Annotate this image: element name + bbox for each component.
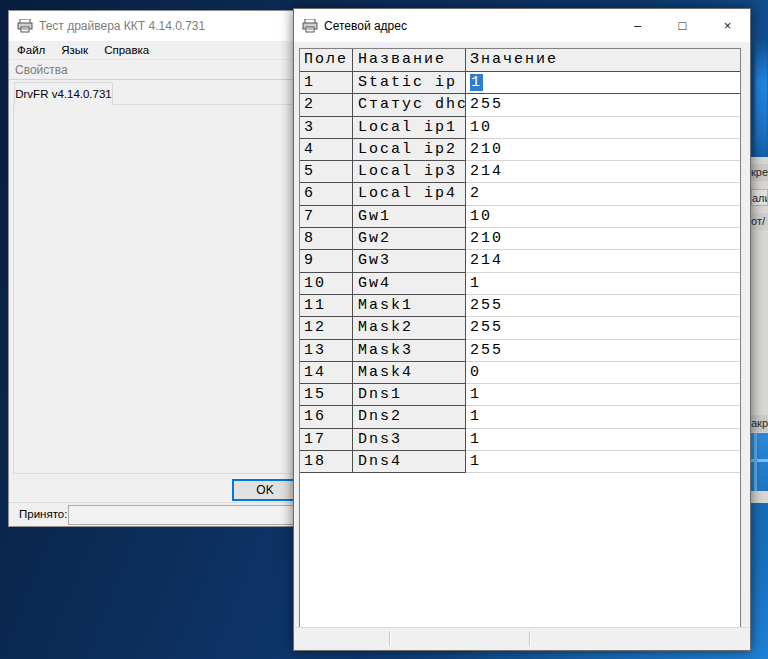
cell-param-value[interactable]: 0 [466,362,740,384]
cell-param-name: Mask4 [353,362,466,384]
main-window: Тест драйвера ККТ 4.14.0.731 Файл Язык С… [8,10,295,527]
cell-param-value[interactable]: 1 [466,384,740,406]
statusbar-divider [529,631,530,646]
window-logo-fragment [751,433,768,491]
cell-param-value[interactable]: 1 [466,451,740,473]
cell-param-value[interactable]: 255 [466,94,740,116]
table-row: 4Local ip2210 [300,139,740,161]
cell-param-name: Local ip2 [353,139,466,161]
tab-panel [13,104,295,474]
cell-param-name: Gw2 [353,228,466,250]
properties-caption: Свойства [9,61,294,80]
cell-param-name: Dns3 [353,429,466,451]
cell-param-value[interactable]: 1 [466,429,740,451]
table-row: 3Local ip110 [300,117,740,139]
cell-field-number: 10 [300,273,353,295]
accepted-label: Принято: [19,508,67,520]
table-row: 10Gw41 [300,273,740,295]
fragment-text: от/ [751,213,768,230]
cell-param-name: Dns4 [353,451,466,473]
dialog-title: Сетевой адрес [324,19,407,33]
cell-field-number: 9 [300,250,353,272]
table-row: 15Dns11 [300,384,740,406]
tab-drvfr[interactable]: DrvFR v4.14.0.731 [14,82,113,105]
menu-language[interactable]: Язык [53,41,96,60]
cell-field-number: 5 [300,161,353,183]
grid-rows: 1Static ip12Статус dhcp2553Local ip1104L… [300,72,740,473]
table-row: 11Mask1255 [300,295,740,317]
cell-param-value[interactable]: 210 [466,139,740,161]
cell-field-number: 8 [300,228,353,250]
selected-cell-text: 1 [470,74,483,91]
cell-param-name: Gw3 [353,250,466,272]
cell-field-number: 17 [300,429,353,451]
menu-help[interactable]: Справка [96,41,157,60]
cell-param-value[interactable]: 1 [466,406,740,428]
close-button[interactable]: × [705,9,750,42]
table-row: 5Local ip3214 [300,161,740,183]
cell-field-number: 16 [300,406,353,428]
cell-param-name: Dns2 [353,406,466,428]
cell-field-number: 1 [300,72,353,94]
cell-param-name: Статус dhcp [353,94,466,116]
window-controls: – □ × [615,9,750,42]
cell-field-number: 14 [300,362,353,384]
statusbar-divider [389,631,390,646]
cell-param-value[interactable]: 255 [466,295,740,317]
dialog-statusbar [295,627,749,649]
main-window-title: Тест драйвера ККТ 4.14.0.731 [39,19,205,33]
cell-param-name: Gw1 [353,206,466,228]
cell-param-name: Dns1 [353,384,466,406]
cell-param-value[interactable]: 255 [466,340,740,362]
table-row: 13Mask3255 [300,340,740,362]
cell-param-value[interactable]: 10 [466,117,740,139]
printer-icon [17,19,33,33]
cell-field-number: 2 [300,94,353,116]
cell-param-name: Local ip3 [353,161,466,183]
header-value: Значение [466,49,740,72]
cell-param-name: Mask1 [353,295,466,317]
network-params-grid[interactable]: Поле Название Значение 1Static ip12Стату… [299,48,741,628]
table-row: 1Static ip1 [300,72,740,94]
header-name: Название [353,49,466,72]
cell-field-number: 6 [300,183,353,205]
table-row: 2Статус dhcp255 [300,94,740,116]
main-statusbar: Принято: [9,502,294,526]
cell-param-name: Local ip1 [353,117,466,139]
minimize-button[interactable]: – [615,9,660,42]
dialog-titlebar[interactable]: Сетевой адрес – □ × [294,9,750,42]
cell-param-value[interactable]: 2 [466,183,740,205]
cell-param-value[interactable]: 10 [466,206,740,228]
table-row: 18Dns41 [300,451,740,473]
cell-param-name: Static ip [353,72,466,94]
main-titlebar[interactable]: Тест драйвера ККТ 4.14.0.731 [9,11,294,41]
network-address-dialog: Сетевой адрес – □ × Поле Название Значен… [293,8,751,651]
cell-param-name: Local ip4 [353,183,466,205]
cell-param-value[interactable]: 214 [466,250,740,272]
cell-field-number: 3 [300,117,353,139]
grid-header-row: Поле Название Значение [300,49,740,72]
table-row: 9Gw3214 [300,250,740,272]
cell-param-value[interactable]: 1 [466,72,740,94]
table-row: 16Dns21 [300,406,740,428]
cell-field-number: 7 [300,206,353,228]
wallpaper-light-beam [755,38,768,168]
ok-button[interactable]: OK [232,479,295,501]
cell-param-value[interactable]: 214 [466,161,740,183]
cell-field-number: 13 [300,340,353,362]
cell-param-name: Mask2 [353,317,466,339]
table-row: 7Gw110 [300,206,740,228]
cell-param-value[interactable]: 255 [466,317,740,339]
cell-param-value[interactable]: 210 [466,228,740,250]
menu-file[interactable]: Файл [9,41,53,60]
cell-field-number: 15 [300,384,353,406]
cell-param-value[interactable]: 1 [466,273,740,295]
fragment-text: акр [751,415,768,432]
accepted-field [68,505,295,525]
table-row: 17Dns31 [300,429,740,451]
cell-field-number: 4 [300,139,353,161]
menubar: Файл Язык Справка [9,41,294,60]
maximize-button[interactable]: □ [660,9,705,42]
desktop-background: кре али от/ акр Тест драйвера ККТ 4.14.0… [0,0,768,659]
fragment-text: кре [751,164,768,181]
